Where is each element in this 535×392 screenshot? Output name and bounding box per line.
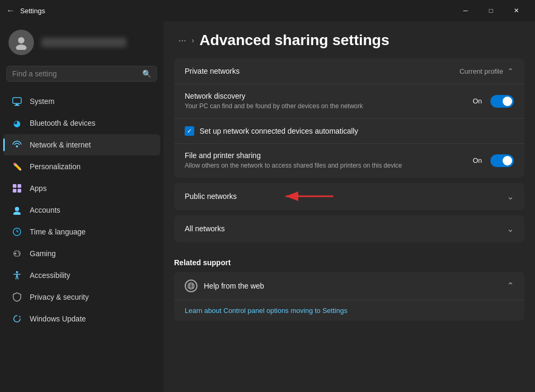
svg-point-5 — [16, 145, 18, 147]
sidebar-item-label: Privacy & security — [30, 293, 89, 301]
sidebar-item-accounts[interactable]: Accounts — [3, 199, 160, 221]
sidebar-item-system[interactable]: System — [3, 91, 160, 112]
public-networks-title: Public networks — [185, 192, 237, 201]
all-networks-chevron: ⌄ — [507, 224, 514, 234]
sidebar-item-label: Gaming — [30, 249, 56, 258]
public-networks-section[interactable]: Public networks ⌄ — [174, 183, 524, 210]
svg-rect-9 — [18, 189, 21, 193]
personalization-icon: ✏️ — [12, 161, 22, 172]
learn-link[interactable]: Learn about Control panel options moving… — [174, 300, 524, 321]
private-networks-header[interactable]: Private networks Current profile ⌃ — [174, 58, 524, 84]
current-profile-text: Current profile — [460, 67, 503, 75]
collapse-icon: ⌃ — [507, 67, 514, 75]
help-left: Help from the web — [185, 280, 264, 292]
public-networks-card[interactable]: Public networks ⌄ — [174, 183, 524, 210]
breadcrumb-dots[interactable]: ··· — [178, 35, 186, 46]
accessibility-icon — [12, 270, 22, 281]
sidebar-item-label: System — [30, 97, 55, 106]
search-input[interactable] — [12, 69, 142, 78]
network-discovery-info: Network discovery Your PC can find and b… — [185, 92, 473, 111]
svg-point-10 — [15, 207, 19, 211]
checkbox-check-icon: ✓ — [187, 127, 192, 135]
app-body: 🔍 System ◕ Bluetooth & devices — [0, 21, 535, 392]
time-icon — [12, 227, 22, 237]
related-support-label: Related support — [163, 248, 535, 272]
content-area: ··· › Advanced sharing settings Private … — [163, 21, 535, 392]
public-networks-title-area: Public networks — [185, 192, 237, 201]
breadcrumb-arrow: › — [192, 36, 194, 45]
sidebar-item-label: Windows Update — [30, 315, 86, 323]
file-printer-sharing-row: File and printer sharing Allow others on… — [174, 144, 524, 178]
back-icon[interactable]: ← — [6, 6, 15, 15]
help-card: Help from the web ⌃ Learn about Control … — [174, 272, 524, 321]
sidebar-item-bluetooth[interactable]: ◕ Bluetooth & devices — [3, 112, 160, 134]
globe-icon — [185, 280, 197, 292]
window-controls: ─ □ ✕ — [453, 2, 529, 19]
winupdate-icon — [12, 313, 22, 324]
sidebar-item-label: Accounts — [30, 206, 61, 214]
sidebar-item-gaming[interactable]: Gaming — [3, 243, 160, 264]
all-networks-section[interactable]: All networks ⌄ — [174, 215, 524, 242]
network-discovery-toggle-wrapper: On — [473, 95, 514, 108]
file-printer-sharing-toggle-wrapper: On — [473, 154, 514, 167]
all-networks-title: All networks — [185, 224, 225, 233]
sidebar-item-label: Apps — [30, 184, 47, 193]
accounts-icon — [12, 205, 22, 215]
svg-rect-4 — [14, 105, 20, 106]
help-from-web-row[interactable]: Help from the web ⌃ — [174, 272, 524, 300]
minimize-button[interactable]: ─ — [453, 2, 478, 19]
maximize-button[interactable]: □ — [479, 2, 503, 19]
profile-area — [0, 21, 163, 66]
help-chevron: ⌃ — [507, 281, 514, 291]
private-networks-title: Private networks — [185, 67, 239, 75]
network-discovery-title: Network discovery — [185, 92, 473, 100]
network-icon — [12, 140, 22, 150]
svg-point-11 — [13, 212, 21, 215]
file-printer-sharing-desc: Allow others on the network to access sh… — [185, 161, 450, 170]
sidebar-item-label: Accessibility — [30, 271, 70, 280]
system-icon — [12, 96, 22, 107]
close-button[interactable]: ✕ — [504, 2, 529, 19]
public-networks-chevron: ⌄ — [507, 191, 514, 202]
network-discovery-desc: Your PC can find and be found by other d… — [185, 102, 450, 111]
sidebar-item-time[interactable]: Time & language — [3, 221, 160, 242]
sidebar-item-privacy[interactable]: Privacy & security — [3, 286, 160, 308]
auto-setup-row: ✓ Set up network connected devices autom… — [174, 119, 524, 144]
sidebar-item-label: Network & internet — [30, 141, 91, 149]
svg-point-19 — [16, 271, 18, 273]
auto-setup-label: Set up network connected devices automat… — [200, 127, 358, 135]
sidebar: 🔍 System ◕ Bluetooth & devices — [0, 21, 163, 392]
file-printer-sharing-title: File and printer sharing — [185, 151, 473, 160]
red-arrow-annotation — [280, 188, 344, 205]
sidebar-item-apps[interactable]: Apps — [3, 178, 160, 199]
titlebar: ← Settings ─ □ ✕ — [0, 0, 535, 21]
content-wrapper: ··· › Advanced sharing settings Private … — [163, 21, 535, 321]
svg-rect-6 — [13, 184, 16, 188]
profile-name — [41, 38, 126, 47]
file-printer-sharing-toggle[interactable] — [490, 154, 514, 167]
page-title: Advanced sharing settings — [200, 32, 390, 49]
svg-point-17 — [18, 252, 19, 254]
app-title: Settings — [20, 7, 45, 15]
svg-point-1 — [16, 45, 27, 50]
sidebar-item-label: Time & language — [30, 228, 85, 236]
content-header: ··· › Advanced sharing settings — [163, 21, 535, 58]
sidebar-item-accessibility[interactable]: Accessibility — [3, 265, 160, 286]
sidebar-item-winupdate[interactable]: Windows Update — [3, 308, 160, 329]
network-discovery-toggle[interactable] — [490, 95, 514, 108]
search-box[interactable]: 🔍 — [6, 66, 157, 82]
network-discovery-status: On — [473, 97, 482, 105]
sidebar-item-label: Personalization — [30, 162, 81, 171]
search-icon: 🔍 — [142, 69, 151, 78]
sidebar-item-network[interactable]: Network & internet — [3, 134, 160, 155]
sidebar-item-personalization[interactable]: ✏️ Personalization — [3, 156, 160, 177]
current-profile: Current profile ⌃ — [460, 67, 514, 75]
svg-point-18 — [19, 254, 20, 255]
auto-setup-checkbox[interactable]: ✓ — [185, 126, 194, 136]
private-networks-card: Private networks Current profile ⌃ Netwo… — [174, 58, 524, 178]
all-networks-card[interactable]: All networks ⌄ — [174, 215, 524, 242]
svg-point-0 — [18, 37, 24, 43]
svg-rect-7 — [18, 184, 21, 188]
help-from-web-title: Help from the web — [204, 282, 264, 290]
privacy-icon — [12, 292, 22, 302]
